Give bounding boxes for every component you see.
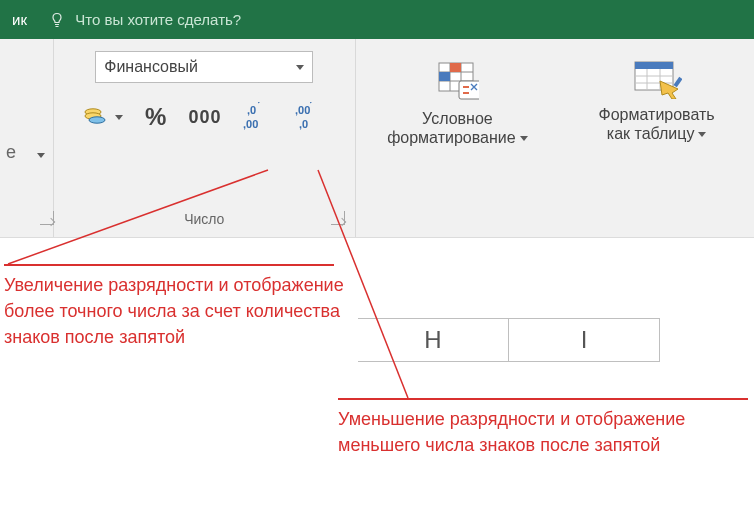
number-format-value: Финансовый — [104, 58, 198, 76]
svg-point-2 — [89, 117, 105, 123]
previous-group-fragment: е — [0, 39, 54, 237]
column-headers: H I — [358, 318, 660, 362]
number-format-dropdown[interactable]: Финансовый — [95, 51, 313, 83]
chevron-down-icon — [115, 115, 123, 120]
dialog-launcher-icon[interactable] — [331, 211, 345, 225]
column-header-H[interactable]: H — [358, 319, 509, 361]
title-bar: ик Что вы хотите сделать? — [0, 0, 754, 39]
annotation-decrease-decimal: Уменьшение разрядности и отображение мен… — [338, 406, 738, 458]
chevron-down-icon — [296, 65, 304, 70]
conditional-formatting-group: Условноеформатирование — [356, 39, 560, 237]
conditional-formatting-button[interactable]: Условноеформатирование — [387, 57, 527, 147]
comma-style-button[interactable]: 000 — [188, 107, 221, 128]
chevron-down-icon — [698, 132, 706, 137]
chevron-down-icon — [520, 136, 528, 141]
svg-rect-14 — [459, 81, 479, 99]
svg-text:,00: ,00 — [243, 118, 258, 130]
svg-rect-18 — [635, 62, 673, 69]
svg-text:,00: ,00 — [295, 104, 310, 116]
increase-decimal-button[interactable]: ,0 ,00 — [243, 102, 273, 132]
tbl-line2: как таблицу — [607, 125, 695, 142]
dialog-launcher-icon[interactable] — [40, 211, 54, 225]
wrap-text-fragment: е — [6, 142, 16, 163]
decrease-decimal-icon: ,00 ,0 — [295, 102, 325, 132]
decrease-decimal-button[interactable]: ,00 ,0 — [295, 102, 325, 132]
svg-text:,0: ,0 — [299, 118, 308, 130]
format-as-table-group: Форматироватькак таблицу — [559, 39, 754, 237]
percent-style-button[interactable]: % — [145, 103, 166, 131]
group-label-number: Число — [54, 211, 355, 227]
format-as-table-icon — [632, 59, 682, 99]
accounting-format-button[interactable] — [83, 105, 123, 129]
tab-fragment: ик — [12, 11, 27, 28]
svg-text:,0: ,0 — [247, 104, 256, 116]
annotation-underline — [4, 264, 334, 266]
svg-rect-12 — [450, 63, 461, 72]
number-group: Финансовый % 000 ,0 ,00 — [54, 39, 356, 237]
coins-icon — [83, 105, 111, 129]
svg-rect-13 — [439, 72, 450, 81]
annotation-underline — [338, 398, 748, 400]
ribbon: е Финансовый % 000 ,0 ,00 — [0, 39, 754, 238]
lightbulb-icon — [49, 12, 65, 28]
tbl-line1: Форматировать — [599, 106, 715, 123]
chevron-down-icon[interactable] — [37, 153, 45, 158]
annotation-increase-decimal: Увеличение разрядности и отображение бол… — [4, 272, 344, 350]
cond-line2: форматирование — [387, 129, 515, 146]
increase-decimal-icon: ,0 ,00 — [243, 102, 273, 132]
conditional-formatting-icon — [435, 59, 479, 103]
column-header-I[interactable]: I — [509, 319, 660, 361]
tell-me-search[interactable]: Что вы хотите сделать? — [75, 11, 241, 28]
cond-line1: Условное — [422, 110, 493, 127]
format-as-table-button[interactable]: Форматироватькак таблицу — [599, 57, 715, 143]
svg-rect-23 — [673, 77, 682, 87]
